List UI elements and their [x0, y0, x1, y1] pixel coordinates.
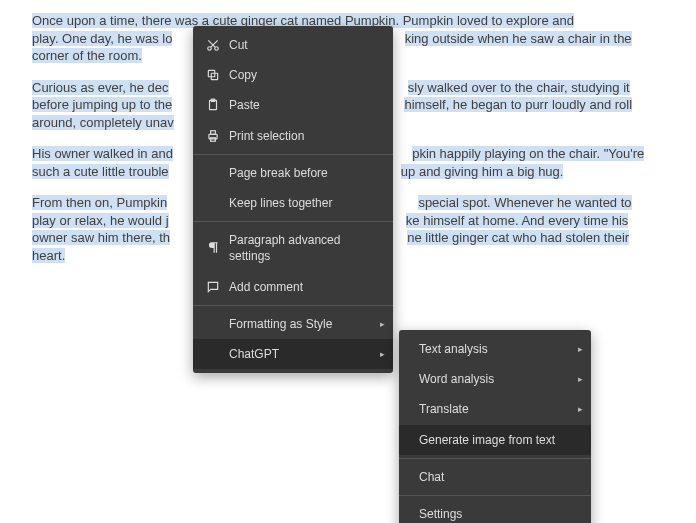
story-text: Curious as ever, he dec — [32, 80, 169, 95]
story-text: His owner walked in and — [32, 146, 173, 161]
story-text: ke himself at home. And every time his — [406, 213, 629, 228]
menu-item-formatting-as-style[interactable]: Formatting as Style ▸ — [193, 309, 393, 339]
story-text: corner of the room. — [32, 48, 142, 63]
context-submenu-chatgpt: Text analysis ▸ Word analysis ▸ Translat… — [399, 330, 591, 523]
story-text: himself, he began to purr loudly and rol… — [404, 97, 632, 112]
story-text: up and giving him a big hug. — [401, 164, 564, 179]
submenu-label: Settings — [419, 506, 581, 522]
paste-icon — [203, 98, 223, 112]
submenu-label: Text analysis — [419, 341, 581, 357]
svg-point-1 — [215, 47, 219, 51]
submenu-label: Word analysis — [419, 371, 581, 387]
submenu-label: Chat — [419, 469, 581, 485]
menu-separator — [193, 221, 393, 222]
story-text: From then on, Pumpkin — [32, 195, 167, 210]
story-text: around, completely unav — [32, 115, 174, 130]
svg-point-0 — [208, 47, 212, 51]
menu-item-print-selection[interactable]: Print selection — [193, 121, 393, 151]
menu-separator — [399, 458, 591, 459]
story-text: owner saw him there, th — [32, 230, 170, 245]
menu-label: Add comment — [229, 279, 383, 295]
story-text: heart. — [32, 248, 65, 263]
menu-separator — [193, 154, 393, 155]
paragraph-icon — [203, 241, 223, 255]
submenu-label: Translate — [419, 401, 581, 417]
submenu-label: Generate image from text — [419, 432, 581, 448]
menu-label: Formatting as Style — [229, 316, 383, 332]
story-text: such a cute little trouble — [32, 164, 169, 179]
menu-label: Page break before — [229, 165, 383, 181]
comment-icon — [203, 280, 223, 294]
cut-icon — [203, 38, 223, 52]
chevron-right-icon: ▸ — [578, 403, 583, 415]
story-text: play or relax, he would j — [32, 213, 169, 228]
menu-item-paste[interactable]: Paste — [193, 90, 393, 120]
menu-label: Paragraph advanced settings — [229, 232, 383, 264]
menu-separator — [193, 305, 393, 306]
submenu-item-generate-image-from-text[interactable]: Generate image from text — [399, 425, 591, 455]
menu-label: Cut — [229, 37, 383, 53]
menu-item-paragraph-advanced-settings[interactable]: Paragraph advanced settings — [193, 225, 393, 271]
story-text: play. One day, he was lo — [32, 31, 172, 46]
menu-label: Paste — [229, 97, 383, 113]
copy-icon — [203, 68, 223, 82]
menu-item-add-comment[interactable]: Add comment — [193, 272, 393, 302]
menu-item-chatgpt[interactable]: ChatGPT ▸ — [193, 339, 393, 369]
chevron-right-icon: ▸ — [380, 318, 385, 330]
submenu-item-chat[interactable]: Chat — [399, 462, 591, 492]
chevron-right-icon: ▸ — [578, 343, 583, 355]
chevron-right-icon: ▸ — [578, 373, 583, 385]
menu-item-cut[interactable]: Cut — [193, 30, 393, 60]
menu-item-copy[interactable]: Copy — [193, 60, 393, 90]
svg-rect-9 — [211, 130, 216, 134]
context-menu: Cut Copy Paste Print selection Page brea… — [193, 26, 393, 373]
chevron-right-icon: ▸ — [380, 348, 385, 360]
story-text: pkin happily playing on the chair. "You'… — [412, 146, 644, 161]
story-text: special spot. Whenever he wanted to — [418, 195, 631, 210]
menu-label: ChatGPT — [229, 346, 383, 362]
menu-label: Keep lines together — [229, 195, 383, 211]
submenu-item-translate[interactable]: Translate ▸ — [399, 394, 591, 424]
story-text: king outside when he saw a chair in the — [405, 31, 632, 46]
story-text: sly walked over to the chair, studying i… — [408, 80, 630, 95]
menu-item-page-break-before[interactable]: Page break before — [193, 158, 393, 188]
menu-item-keep-lines-together[interactable]: Keep lines together — [193, 188, 393, 218]
story-text: before jumping up to the — [32, 97, 172, 112]
submenu-item-word-analysis[interactable]: Word analysis ▸ — [399, 364, 591, 394]
menu-label: Copy — [229, 67, 383, 83]
submenu-item-text-analysis[interactable]: Text analysis ▸ — [399, 334, 591, 364]
story-text: ne little ginger cat who had stolen thei… — [407, 230, 629, 245]
menu-separator — [399, 495, 591, 496]
submenu-item-settings[interactable]: Settings — [399, 499, 591, 523]
menu-label: Print selection — [229, 128, 383, 144]
printer-icon — [203, 129, 223, 143]
